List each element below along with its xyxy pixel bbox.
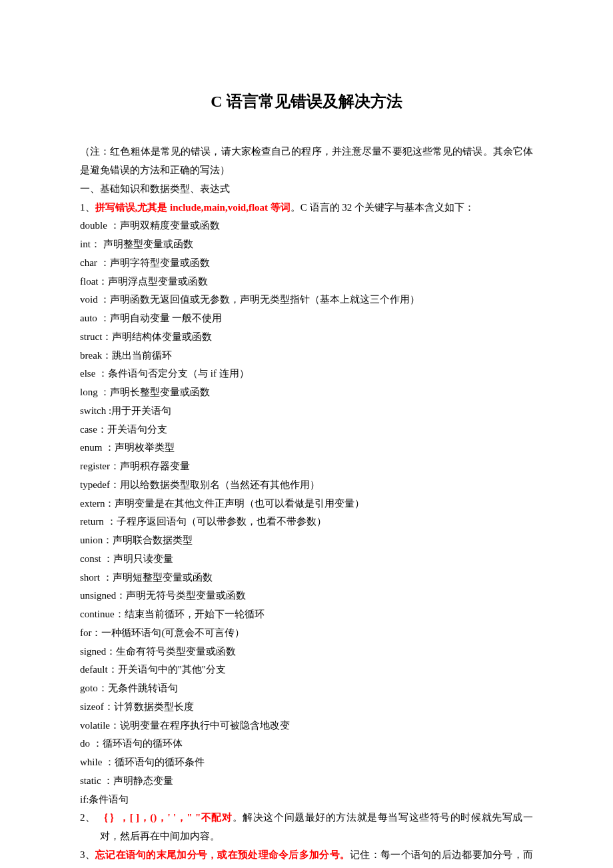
keyword-union: union：声明联合数据类型	[80, 531, 533, 550]
keyword-short: short ：声明短整型变量或函数	[80, 569, 533, 587]
item-1-suffix: 。C 语言的 32 个关键字与基本含义如下：	[291, 202, 474, 213]
page-title: C 语言常见错误及解决方法	[80, 87, 533, 116]
keyword-break: break：跳出当前循环	[80, 347, 533, 365]
keyword-for: for：一种循环语句(可意会不可言传）	[80, 624, 533, 643]
keyword-const: const ：声明只读变量	[80, 550, 533, 569]
keyword-int: int： 声明整型变量或函数	[80, 235, 533, 254]
item-1-prefix: 1、	[80, 202, 95, 213]
section-heading-1: 一、基础知识和数据类型、表达式	[80, 180, 533, 199]
item-1-error: 拼写错误,尤其是 include,main,void,float 等词	[95, 202, 291, 213]
keyword-struct: struct：声明结构体变量或函数	[80, 328, 533, 347]
keyword-continue: continue：结束当前循环，开始下一轮循环	[80, 605, 533, 624]
keyword-typedef: typedef：用以给数据类型取别名（当然还有其他作用）	[80, 476, 533, 495]
keyword-volatile: volatile：说明变量在程序执行中可被隐含地改变	[80, 717, 533, 735]
intro-note: （注：红色粗体是常见的错误，请大家检查自己的程序，并注意尽量不要犯这些常见的错误…	[80, 143, 533, 180]
keyword-return: return ：子程序返回语句（可以带参数，也看不带参数）	[80, 513, 533, 531]
item-2-error: ｛｝，[ ]，()，' '，" "不配对	[99, 812, 233, 823]
keyword-static: static ：声明静态变量	[80, 772, 533, 791]
keyword-long: long ：声明长整型变量或函数	[80, 383, 533, 402]
keyword-register: register：声明积存器变量	[80, 457, 533, 476]
keyword-default: default：开关语句中的"其他"分支	[80, 661, 533, 679]
keyword-char: char ：声明字符型变量或函数	[80, 254, 533, 273]
keyword-goto: goto：无条件跳转语句	[80, 679, 533, 698]
keyword-do: do ：循环语句的循环体	[80, 735, 533, 753]
keyword-float: float：声明浮点型变量或函数	[80, 273, 533, 291]
keyword-auto: auto ：声明自动变量 一般不使用	[80, 309, 533, 328]
keyword-if: if:条件语句	[80, 791, 533, 809]
keyword-enum: enum ：声明枚举类型	[80, 439, 533, 457]
item-2-prefix: 2、	[80, 812, 99, 823]
item-3-prefix: 3、	[80, 849, 95, 860]
keyword-double: double ：声明双精度变量或函数	[80, 217, 533, 235]
keyword-while: while ：循环语句的循环条件	[80, 753, 533, 772]
keyword-case: case：开关语句分支	[80, 421, 533, 439]
item-1: 1、拼写错误,尤其是 include,main,void,float 等词。C …	[80, 199, 533, 217]
item-3: 3、忘记在语句的末尾加分号，或在预处理命令后多加分号。记住：每一个语句的后边都要…	[80, 846, 533, 868]
item-2: 2、 ｛｝，[ ]，()，' '，" "不配对。解决这个问题最好的方法就是每当写…	[80, 809, 533, 846]
keyword-unsigned: unsigned：声明无符号类型变量或函数	[80, 587, 533, 605]
item-3-error: 忘记在语句的末尾加分号，或在预处理命令后多加分号。	[95, 849, 350, 860]
keyword-signed: signed：生命有符号类型变量或函数	[80, 643, 533, 661]
keyword-extern: extern：声明变量是在其他文件正声明（也可以看做是引用变量）	[80, 495, 533, 513]
keyword-switch: switch :用于开关语句	[80, 402, 533, 421]
keyword-else: else ：条件语句否定分支（与 if 连用）	[80, 365, 533, 383]
keyword-sizeof: sizeof：计算数据类型长度	[80, 698, 533, 717]
keyword-void: void ：声明函数无返回值或无参数，声明无类型指针（基本上就这三个作用）	[80, 291, 533, 309]
